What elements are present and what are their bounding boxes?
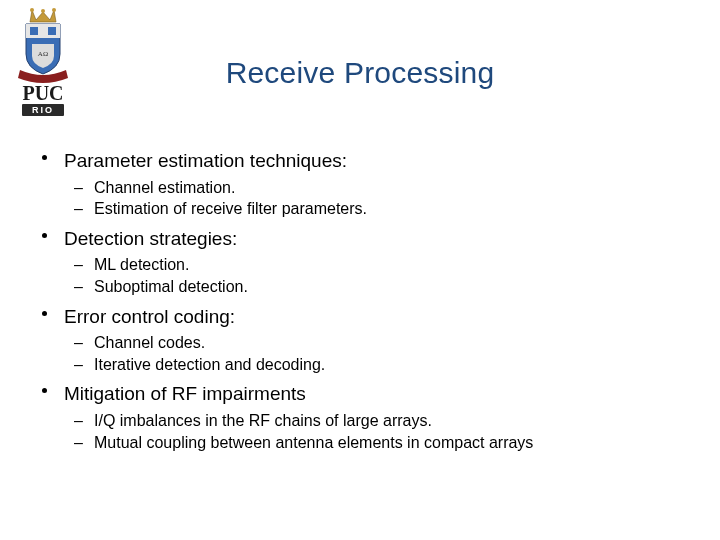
slide: ΑΩ PUC RIO Receive Processing Parameter … (0, 0, 720, 540)
list-item-label: Mitigation of RF impairments (64, 383, 306, 404)
sub-item-label: Suboptimal detection. (94, 278, 248, 295)
sub-item-label: I/Q imbalances in the RF chains of large… (94, 412, 432, 429)
list-item: Mitigation of RF impairments –I/Q imbala… (40, 381, 690, 453)
sub-list: –Channel estimation. –Estimation of rece… (64, 177, 690, 220)
dash-icon: – (74, 332, 83, 354)
sub-item-label: ML detection. (94, 256, 189, 273)
dash-icon: – (74, 177, 83, 199)
crown-icon (30, 8, 56, 22)
sub-item-label: Estimation of receive filter parameters. (94, 200, 367, 217)
svg-rect-4 (48, 27, 56, 35)
sub-list-item: –ML detection. (64, 254, 690, 276)
dash-icon: – (74, 254, 83, 276)
sub-item-label: Channel codes. (94, 334, 205, 351)
sub-list: –ML detection. –Suboptimal detection. (64, 254, 690, 297)
dash-icon: – (74, 410, 83, 432)
list-item-label: Parameter estimation techniques: (64, 150, 347, 171)
bullet-list: Parameter estimation techniques: –Channe… (40, 148, 690, 453)
sub-list: –Channel codes. –Iterative detection and… (64, 332, 690, 375)
dash-icon: – (74, 354, 83, 376)
svg-point-2 (52, 8, 56, 12)
sub-item-label: Mutual coupling between antenna elements… (94, 434, 533, 451)
bullet-dot-icon (42, 233, 47, 238)
sub-list-item: –Channel codes. (64, 332, 690, 354)
slide-title: Receive Processing (0, 56, 720, 90)
svg-rect-3 (30, 27, 38, 35)
sub-list-item: –Suboptimal detection. (64, 276, 690, 298)
sub-list-item: –Mutual coupling between antenna element… (64, 432, 690, 454)
sub-list-item: –Channel estimation. (64, 177, 690, 199)
sub-item-label: Iterative detection and decoding. (94, 356, 325, 373)
sub-list-item: –Iterative detection and decoding. (64, 354, 690, 376)
sub-list-item: –Estimation of receive filter parameters… (64, 198, 690, 220)
logo-text-sub: RIO (32, 105, 54, 115)
sub-item-label: Channel estimation. (94, 179, 235, 196)
dash-icon: – (74, 198, 83, 220)
list-item: Parameter estimation techniques: –Channe… (40, 148, 690, 220)
list-item: Error control coding: –Channel codes. –I… (40, 304, 690, 376)
svg-point-1 (41, 9, 45, 13)
dash-icon: – (74, 432, 83, 454)
list-item-label: Error control coding: (64, 306, 235, 327)
svg-point-0 (30, 8, 34, 12)
dash-icon: – (74, 276, 83, 298)
bullet-dot-icon (42, 388, 47, 393)
sub-list-item: –I/Q imbalances in the RF chains of larg… (64, 410, 690, 432)
list-item: Detection strategies: –ML detection. –Su… (40, 226, 690, 298)
list-item-label: Detection strategies: (64, 228, 237, 249)
bullet-dot-icon (42, 155, 47, 160)
sub-list: –I/Q imbalances in the RF chains of larg… (64, 410, 690, 453)
slide-body: Parameter estimation techniques: –Channe… (40, 148, 690, 459)
bullet-dot-icon (42, 311, 47, 316)
